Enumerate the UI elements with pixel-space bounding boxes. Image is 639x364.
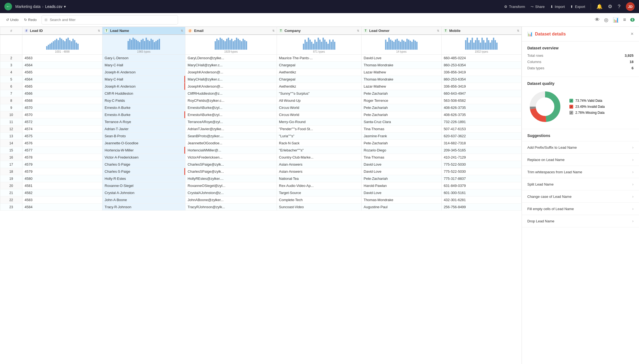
table-body: 24563Gary·L·DensonGaryLDenson@zylke...Ma… (0, 55, 522, 211)
lead-name-header[interactable]: T Lead Name ⇅ (102, 27, 185, 35)
transform-button[interactable]: ⚙ Transform (504, 5, 525, 9)
email-cell: TracyRJohnson@zylk... (185, 204, 277, 211)
data-table: # # Lead ID ⇅ T Lead Name (0, 27, 522, 211)
panel-close-button[interactable]: × (631, 31, 634, 37)
table-row[interactable]: 174579Charles·S·PaigeCharlesSPaige@zylk.… (0, 161, 522, 168)
suggestion-item-0[interactable]: Add Prefix/Suffix to Lead Name› (522, 141, 639, 154)
lead-owner-cell: Tina·Thomas (361, 154, 441, 161)
email-sort-icon[interactable]: ⇅ (272, 29, 274, 32)
lead-owner-cell: Pete·Zachariah (361, 104, 441, 111)
company-sort-icon[interactable]: ⇅ (357, 29, 359, 32)
search-bar[interactable]: ⊞ (42, 15, 178, 25)
table-row[interactable]: 144576Jeannette·O·GoodloeJeannetteOGoodl… (0, 140, 522, 147)
data-types-stat: Data types 6 (527, 66, 634, 70)
help-icon[interactable]: ? (618, 4, 620, 10)
table-row[interactable]: 104570Ernesto·A·BurkeErnestoABurke@zyl..… (0, 111, 522, 118)
redo-icon: ↻ (24, 18, 27, 22)
email-header[interactable]: @ Email ⇅ (185, 27, 277, 35)
suggestion-chevron-icon: › (632, 157, 634, 162)
suggestion-item-6[interactable]: Drop Lead Name› (522, 215, 639, 227)
lead-owner-header[interactable]: T Lead Owner ⇅ (361, 27, 441, 35)
hist-rownum (0, 35, 22, 55)
table-row[interactable]: 214582Crystal·A·JohnstonCrystalAJohnston… (0, 189, 522, 196)
table-row[interactable]: 204581Roxanne·O·SiegelRoxanneOSiegel@zyl… (0, 182, 522, 189)
lead-name-cell: Mary·C·Hall (102, 62, 185, 69)
export-button[interactable]: ⬆ Export (570, 5, 585, 9)
hist-mobile-label: 1932 types (475, 50, 488, 53)
table-row[interactable]: 194580Holly·R·EstesHollyREstes@zylker...… (0, 175, 522, 182)
back-button[interactable]: ← (4, 3, 12, 10)
spreadsheet[interactable]: # # Lead ID ⇅ T Lead Name (0, 27, 522, 364)
file-dropdown-icon[interactable]: ▾ (64, 4, 66, 9)
lead-id-cell: 4584 (22, 204, 102, 211)
lead-owner-cell: David·Love (361, 168, 441, 175)
chart-icon[interactable]: 📊 (613, 17, 619, 23)
company-cell: "Sunny""'s·Surplus" (277, 90, 361, 97)
list-icon[interactable]: ≡ (623, 17, 626, 23)
file-name[interactable]: Leads.csv (45, 4, 62, 9)
table-row[interactable]: 164578Victor·A·FredericksenVictorAFreder… (0, 154, 522, 161)
suggestion-item-4[interactable]: Change case of Lead Name› (522, 190, 639, 203)
table-row[interactable]: 84568Roy·C·FieldsRoyCFields@zylker.c...A… (0, 97, 522, 104)
transform-label: Transform (509, 5, 525, 9)
table-row[interactable]: 234584Tracy·R·JohnsonTracyRJohnson@zylk.… (0, 204, 522, 211)
donut-chart (527, 89, 563, 124)
table-row[interactable]: 94570Ernesto·A·BurkeErnestoABurke@zyl...… (0, 104, 522, 111)
mobile-cell: 631-849-0379 (441, 182, 521, 189)
table-row[interactable]: 54564Mary·C·HallMaryCHall@zylker.c...Cha… (0, 76, 522, 83)
row-number: 17 (0, 161, 22, 168)
suggestion-item-5[interactable]: Fill empty cells of Lead Name› (522, 203, 639, 215)
suggestion-item-2[interactable]: Trim whitespaces from Lead Name› (522, 166, 639, 178)
settings-icon[interactable]: ⚙ (608, 4, 612, 10)
table-row[interactable]: 44565Joseph·K·AndersonJosephKAnderson@..… (0, 69, 522, 76)
table-row[interactable]: 134575Sean·B·ProtoSeanBProto@zylker...."… (0, 133, 522, 140)
quality-layout: ✓ 73.74% Valid Data ✓ 23.49% Invalid Dat… (527, 89, 634, 124)
lead-id-header[interactable]: # Lead ID ⇅ (22, 27, 102, 35)
table-row[interactable]: 114572Terrance·A·RoyeTerranceARoye@zyl..… (0, 118, 522, 126)
project-name[interactable]: Marketing data (15, 4, 41, 9)
company-cell: National·Tea (277, 175, 361, 182)
mobile-cell: 408-626-3735 (441, 104, 521, 111)
redo-button[interactable]: ↻ Redo (22, 17, 38, 23)
suggestion-chevron-icon: › (632, 145, 634, 150)
lead-name-cell: Hortencia·W·Miller (102, 147, 185, 154)
share-button[interactable]: ⤳ Share (531, 5, 545, 9)
company-header[interactable]: T Company ⇅ (277, 27, 361, 35)
mobile-header[interactable]: T Mobile ⇅ (441, 27, 521, 35)
notifications-icon[interactable]: 🔔 (596, 4, 602, 10)
target-icon[interactable]: ◎ (604, 17, 608, 23)
lead-name-cell: Charles·S·Paige (102, 161, 185, 168)
row-number: 10 (0, 111, 22, 118)
email-cell: ErnestoABurke@zyl... (185, 104, 277, 111)
company-cell: Circus·World (277, 111, 361, 118)
hist-company: 871 types (277, 35, 361, 55)
columns-label: Columns (527, 60, 541, 64)
table-row[interactable]: 154577Hortencia·W·MillerHortenciaWMiller… (0, 147, 522, 154)
company-cell: "Erlebacher""'s" (277, 147, 361, 154)
preview-icon[interactable]: 👁 (595, 17, 600, 23)
import-button[interactable]: ⬇ Import (550, 5, 565, 9)
lead-owner-sort-icon[interactable]: ⇅ (437, 29, 439, 32)
lead-owner-label: Lead Owner (369, 29, 389, 33)
table-row[interactable]: 184579Charles·S·PaigeCharlesSPaige@zylk.… (0, 168, 522, 175)
lead-owner-cell: Rozario·Diego (361, 147, 441, 154)
table-row[interactable]: 34564Mary·C·HallMaryCHall@zylker.c...Cha… (0, 62, 522, 69)
company-cell: Target·Source (277, 189, 361, 196)
table-row[interactable]: 224583John·A·BooneJohnABoone@zylker...Co… (0, 196, 522, 204)
table-row[interactable]: 64565Joseph·K·AndersonJosephKAnderson@..… (0, 83, 522, 90)
avatar-initials: JD (628, 5, 633, 9)
mobile-sort-icon[interactable]: ⇅ (517, 29, 519, 32)
table-row[interactable]: 124574Adrian·T·JavierAdrianTJavier@zylke… (0, 126, 522, 133)
lead-name-sort-icon[interactable]: ⇅ (181, 29, 183, 32)
suggestions-title: Suggestions (527, 133, 634, 138)
suggestion-item-1[interactable]: Replace on Lead Name› (522, 154, 639, 166)
table-row[interactable]: 74566Cliff·R·HuddlestonCliffRHuddleston@… (0, 90, 522, 97)
table-row[interactable]: 24563Gary·L·DensonGaryLDenson@zylke...Ma… (0, 55, 522, 62)
lead-name-cell: Victor·A·Fredericksen (102, 154, 185, 161)
undo-button[interactable]: ↺ Undo (4, 17, 20, 23)
suggestion-item-3[interactable]: Split Lead Name› (522, 178, 639, 190)
lead-id-sort-icon[interactable]: ⇅ (98, 29, 100, 32)
lead-id-cell: 4570 (22, 104, 102, 111)
search-input[interactable] (50, 18, 175, 22)
avatar[interactable]: JD (626, 2, 635, 11)
